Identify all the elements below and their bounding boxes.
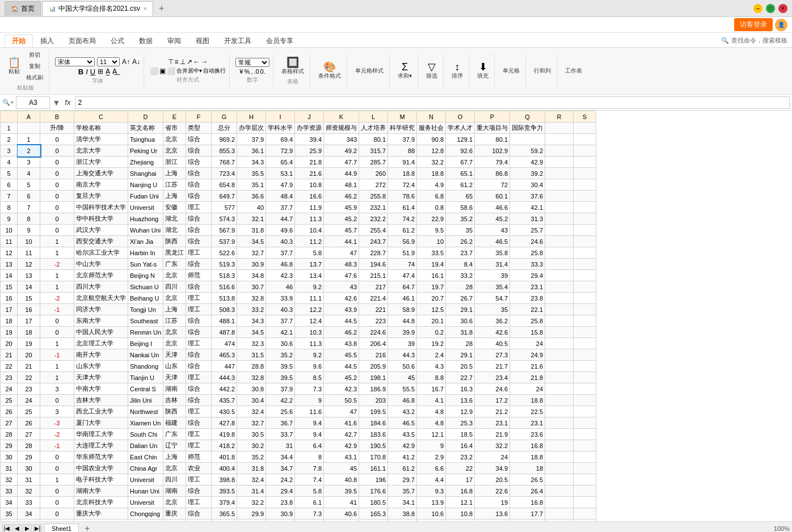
cell-31-J[interactable]: 7.8	[295, 463, 324, 474]
cell-12-O[interactable]: 23.7	[446, 247, 475, 259]
cell-15-Q[interactable]: 23.1	[510, 281, 545, 293]
cell-26-C[interactable]: 西北工业大学	[74, 406, 128, 417]
col-header-extra[interactable]: S	[574, 111, 596, 123]
cell-1-K[interactable]: 师资规模与	[324, 123, 359, 134]
cell-15-A[interactable]: 14	[18, 281, 40, 293]
cell-2-D[interactable]: Tsinghua	[128, 134, 163, 145]
bold-btn[interactable]: B	[78, 67, 83, 76]
cell-8-D[interactable]: Universit	[128, 202, 163, 213]
cell-16-G[interactable]: 513.8	[212, 293, 237, 304]
cell-31-S[interactable]	[574, 463, 596, 474]
col-header-H[interactable]: G	[212, 111, 237, 123]
cell-13-B[interactable]: -2	[40, 259, 74, 270]
cell-16-A[interactable]: 15	[18, 293, 40, 304]
cell-32-D[interactable]: Universit	[128, 474, 163, 485]
cell-9-I[interactable]: 44.7	[266, 213, 295, 225]
cell-17-O[interactable]: 29.1	[446, 304, 475, 315]
cell-4-R[interactable]	[545, 157, 574, 168]
cell-27-C[interactable]: 厦门大学	[74, 417, 128, 429]
login-button[interactable]: 访客登录	[734, 18, 773, 31]
copy-btn[interactable]: 复制	[24, 61, 45, 71]
cell-22-D[interactable]: Shandong	[128, 361, 163, 372]
cell-7-I[interactable]: 48.4	[266, 191, 295, 202]
cell-5-R[interactable]	[545, 168, 574, 179]
table-wrapper[interactable]: A B C D E F G H I J K L M N O	[0, 111, 792, 521]
cell-2-G[interactable]: 969.2	[212, 134, 237, 145]
indent-dec-btn[interactable]: ←	[193, 58, 200, 66]
font-size-select[interactable]: 11	[97, 57, 120, 66]
cell-35-K[interactable]: 40.6	[324, 508, 359, 520]
cell-23-K[interactable]: 45.2	[324, 372, 359, 383]
cell-23-O[interactable]: 22.7	[446, 372, 475, 383]
cell-17-B[interactable]: -1	[40, 304, 74, 315]
cell-31-F[interactable]: 农业	[186, 463, 212, 474]
cell-32-A[interactable]: 31	[18, 474, 40, 485]
cell-14-L[interactable]: 215.1	[359, 270, 388, 281]
ribbon-tab-formula[interactable]: 公式	[103, 35, 132, 47]
cell-30-S[interactable]	[574, 451, 596, 463]
cell-28-O[interactable]: 18.5	[446, 429, 475, 440]
cell-9-A[interactable]: 8	[18, 213, 40, 225]
cell-24-F[interactable]: 综合	[186, 383, 212, 395]
cell-8-C[interactable]: 中国科学技术大学	[74, 202, 128, 213]
col-header-E[interactable]: D	[128, 111, 163, 123]
cell-13-Q[interactable]: 33.3	[510, 259, 545, 270]
cell-18-A[interactable]: 17	[18, 315, 40, 327]
cell-21-F[interactable]: 综合	[186, 349, 212, 361]
cell-1-Q[interactable]: 国际竞争力	[510, 123, 545, 134]
cell-21-H[interactable]: 31.5	[237, 349, 266, 361]
cell-9-Q[interactable]: 31.3	[510, 213, 545, 225]
cell-26-H[interactable]: 32.4	[237, 406, 266, 417]
cell-23-J[interactable]: 8.5	[295, 372, 324, 383]
fill-color-btn[interactable]: A̲	[106, 67, 110, 75]
cell-12-Q[interactable]: 25.8	[510, 247, 545, 259]
cell-30-K[interactable]: 43.1	[324, 451, 359, 463]
cell-32-R[interactable]	[545, 474, 574, 485]
col-header-I[interactable]: H	[237, 111, 266, 123]
cell-28-B[interactable]: -2	[40, 429, 74, 440]
formula-input[interactable]	[75, 96, 790, 109]
cell-5-K[interactable]: 44.9	[324, 168, 359, 179]
cell-34-M[interactable]: 34.1	[388, 497, 417, 508]
cell-14-M[interactable]: 47.4	[388, 270, 417, 281]
cell-34-I[interactable]: 23.8	[266, 497, 295, 508]
cell-32-N[interactable]: 4.4	[417, 474, 446, 485]
cell-14-D[interactable]: Beijing N	[128, 270, 163, 281]
cell-34-H[interactable]: 32.2	[237, 497, 266, 508]
cell-35-O[interactable]: 10.8	[446, 508, 475, 520]
cell-1-A[interactable]	[18, 123, 40, 134]
cell-3-I[interactable]: 72.9	[266, 145, 295, 157]
cell-28-H[interactable]: 30.5	[237, 429, 266, 440]
cell-14-E[interactable]: 北京	[163, 270, 186, 281]
col-header-M[interactable]: L	[359, 111, 388, 123]
cell-5-G[interactable]: 723.4	[212, 168, 237, 179]
cell-21-I[interactable]: 35.2	[266, 349, 295, 361]
cell-20-K[interactable]: 43.8	[324, 338, 359, 349]
thousands-btn[interactable]: ,	[251, 68, 252, 75]
cell-15-E[interactable]: 四川	[163, 281, 186, 293]
cell-1-E[interactable]: 省市	[163, 123, 186, 134]
cell-10-P[interactable]: 43	[475, 225, 510, 236]
cell-5-E[interactable]: 上海	[163, 168, 186, 179]
align-right-btn[interactable]: ⬜	[167, 67, 175, 75]
cell-20-Q[interactable]: 24	[510, 338, 545, 349]
cell-30-Q[interactable]: 18.8	[510, 451, 545, 463]
filter-btn[interactable]: ▽ 筛选	[424, 61, 440, 81]
cell-33-I[interactable]: 29.4	[266, 485, 295, 497]
cell-30-I[interactable]: 34.4	[266, 451, 295, 463]
cell-31-G[interactable]: 400.4	[212, 463, 237, 474]
cell-18-N[interactable]: 20.1	[417, 315, 446, 327]
cell-18-I[interactable]: 37.7	[266, 315, 295, 327]
cell-34-N[interactable]: 13.9	[417, 497, 446, 508]
cell-35-H[interactable]: 29.9	[237, 508, 266, 520]
cell-35-M[interactable]: 38.8	[388, 508, 417, 520]
cell-26-L[interactable]: 199.5	[359, 406, 388, 417]
cell-30-B[interactable]: 0	[40, 451, 74, 463]
cell-1-I[interactable]: 学科水平	[266, 123, 295, 134]
cell-15-F[interactable]: 综合	[186, 281, 212, 293]
cut-btn[interactable]: 剪切	[24, 50, 45, 60]
cell-12-A[interactable]: 11	[18, 247, 40, 259]
cell-35-E[interactable]: 重庆	[163, 508, 186, 520]
cell-12-D[interactable]: Harbin In	[128, 247, 163, 259]
cell-24-M[interactable]: 55.5	[388, 383, 417, 395]
